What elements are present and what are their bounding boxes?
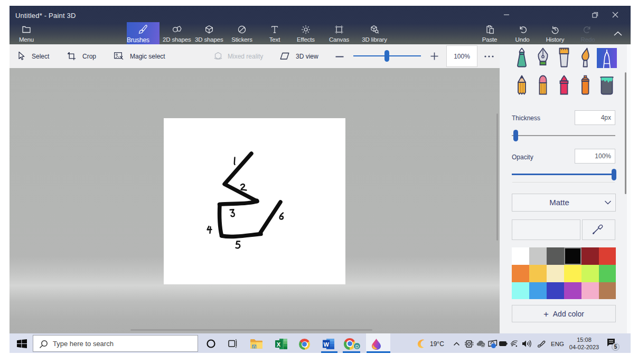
svg-text:X: X [277, 341, 281, 348]
svg-text:W: W [324, 341, 330, 348]
